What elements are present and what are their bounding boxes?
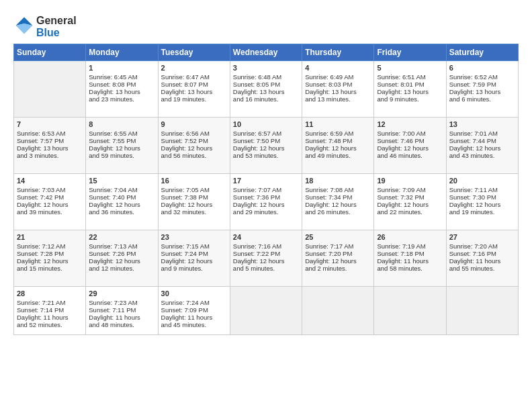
day-cell: [446, 286, 518, 334]
day-number: 8: [89, 120, 154, 128]
day-info: Daylight: 12 hours: [161, 201, 227, 208]
day-number: 10: [233, 120, 299, 128]
col-header-monday: Monday: [86, 44, 158, 60]
day-info: Sunrise: 6:59 AM: [305, 130, 371, 137]
day-info: and 36 minutes.: [89, 208, 154, 216]
week-row-4: 21Sunrise: 7:12 AMSunset: 7:28 PMDayligh…: [14, 230, 519, 286]
day-info: and 39 minutes.: [17, 208, 83, 216]
day-info: Sunset: 7:48 PM: [305, 137, 371, 144]
day-number: 15: [89, 177, 154, 185]
day-info: and 32 minutes.: [161, 208, 227, 216]
day-info: Sunrise: 7:09 AM: [377, 186, 443, 193]
day-cell: 26Sunrise: 7:19 AMSunset: 7:18 PMDayligh…: [374, 230, 446, 286]
day-info: and 23 minutes.: [89, 95, 154, 103]
day-info: Daylight: 12 hours: [89, 257, 154, 265]
day-info: Sunrise: 7:07 AM: [233, 186, 299, 193]
day-cell: 29Sunrise: 7:23 AMSunset: 7:11 PMDayligh…: [86, 286, 158, 334]
day-info: Sunset: 7:09 PM: [161, 306, 227, 314]
day-number: 4: [305, 64, 371, 72]
day-cell: 9Sunrise: 6:56 AMSunset: 7:52 PMDaylight…: [158, 117, 230, 173]
day-info: Daylight: 13 hours: [449, 88, 515, 95]
day-cell: 27Sunrise: 7:20 AMSunset: 7:16 PMDayligh…: [446, 230, 518, 286]
day-number: 24: [233, 233, 299, 241]
col-header-wednesday: Wednesday: [230, 44, 302, 60]
day-info: Sunrise: 7:17 AM: [305, 242, 371, 250]
day-info: Sunset: 8:07 PM: [161, 81, 227, 88]
header-row: SundayMondayTuesdayWednesdayThursdayFrid…: [14, 44, 519, 60]
day-info: and 3 minutes.: [17, 152, 83, 159]
day-number: 16: [161, 177, 227, 185]
logo-line1: General: [36, 15, 77, 27]
day-info: Sunset: 7:38 PM: [161, 193, 227, 201]
day-info: Sunrise: 7:24 AM: [161, 299, 227, 306]
day-cell: [14, 60, 86, 117]
day-info: Sunset: 7:57 PM: [17, 137, 83, 144]
day-info: Daylight: 11 hours: [17, 314, 83, 321]
day-cell: [302, 286, 374, 334]
day-info: and 15 minutes.: [17, 265, 83, 272]
day-info: and 2 minutes.: [305, 265, 371, 272]
day-cell: 6Sunrise: 6:52 AMSunset: 7:59 PMDaylight…: [446, 60, 518, 117]
day-info: Sunset: 7:16 PM: [449, 250, 515, 257]
day-number: 21: [17, 233, 83, 241]
day-info: Sunrise: 7:05 AM: [161, 186, 227, 193]
day-info: Daylight: 12 hours: [305, 144, 371, 152]
day-info: Sunset: 7:32 PM: [377, 193, 443, 201]
day-info: Sunset: 7:14 PM: [17, 306, 83, 314]
day-info: Sunrise: 7:15 AM: [161, 242, 227, 250]
day-info: Sunset: 7:59 PM: [449, 81, 515, 88]
day-info: Sunset: 7:42 PM: [17, 193, 83, 201]
week-row-2: 7Sunrise: 6:53 AMSunset: 7:57 PMDaylight…: [14, 117, 519, 173]
day-info: and 53 minutes.: [233, 152, 299, 159]
day-info: Sunrise: 6:53 AM: [17, 130, 83, 137]
day-info: Sunrise: 7:20 AM: [449, 242, 515, 250]
day-info: and 13 minutes.: [305, 95, 371, 103]
day-info: Daylight: 12 hours: [17, 257, 83, 265]
day-info: and 19 minutes.: [161, 95, 227, 103]
day-number: 1: [89, 64, 154, 72]
col-header-sunday: Sunday: [14, 44, 86, 60]
day-info: Sunrise: 7:01 AM: [449, 130, 515, 137]
day-info: Daylight: 11 hours: [377, 257, 443, 265]
day-info: Daylight: 12 hours: [161, 144, 227, 152]
day-info: and 45 minutes.: [161, 321, 227, 328]
day-info: Sunrise: 7:08 AM: [305, 186, 371, 193]
day-cell: 23Sunrise: 7:15 AMSunset: 7:24 PMDayligh…: [158, 230, 230, 286]
svg-marker-1: [16, 24, 33, 34]
day-number: 7: [17, 120, 83, 128]
day-number: 13: [449, 120, 515, 128]
day-info: Daylight: 12 hours: [233, 257, 299, 265]
day-cell: 21Sunrise: 7:12 AMSunset: 7:28 PMDayligh…: [14, 230, 86, 286]
day-info: Sunset: 7:34 PM: [305, 193, 371, 201]
day-info: and 6 minutes.: [449, 95, 515, 103]
day-info: Sunset: 8:01 PM: [377, 81, 443, 88]
day-info: and 43 minutes.: [449, 152, 515, 159]
day-info: Sunset: 7:40 PM: [89, 193, 154, 201]
day-info: Daylight: 13 hours: [89, 88, 154, 95]
day-info: Sunset: 7:52 PM: [161, 137, 227, 144]
day-cell: 16Sunrise: 7:05 AMSunset: 7:38 PMDayligh…: [158, 173, 230, 230]
day-info: Sunrise: 7:00 AM: [377, 130, 443, 137]
week-row-3: 14Sunrise: 7:03 AMSunset: 7:42 PMDayligh…: [14, 173, 519, 230]
day-info: Sunrise: 7:03 AM: [17, 186, 83, 193]
day-number: 6: [449, 64, 515, 72]
day-info: Sunset: 8:05 PM: [233, 81, 299, 88]
day-info: Daylight: 13 hours: [233, 88, 299, 95]
col-header-friday: Friday: [374, 44, 446, 60]
day-info: and 46 minutes.: [377, 152, 443, 159]
day-info: Daylight: 12 hours: [89, 201, 154, 208]
day-info: Sunrise: 7:11 AM: [449, 186, 515, 193]
day-info: and 12 minutes.: [89, 265, 154, 272]
day-info: Daylight: 11 hours: [449, 257, 515, 265]
col-header-saturday: Saturday: [446, 44, 518, 60]
day-number: 11: [305, 120, 371, 128]
logo-icon: [15, 16, 34, 35]
day-number: 5: [377, 64, 443, 72]
day-info: Sunrise: 6:55 AM: [89, 130, 154, 137]
logo-line2: Blue: [36, 27, 77, 39]
day-info: Sunset: 7:26 PM: [89, 250, 154, 257]
day-info: Daylight: 13 hours: [305, 88, 371, 95]
day-info: Daylight: 11 hours: [161, 314, 227, 321]
day-info: Daylight: 12 hours: [377, 201, 443, 208]
day-cell: 4Sunrise: 6:49 AMSunset: 8:03 PMDaylight…: [302, 60, 374, 117]
